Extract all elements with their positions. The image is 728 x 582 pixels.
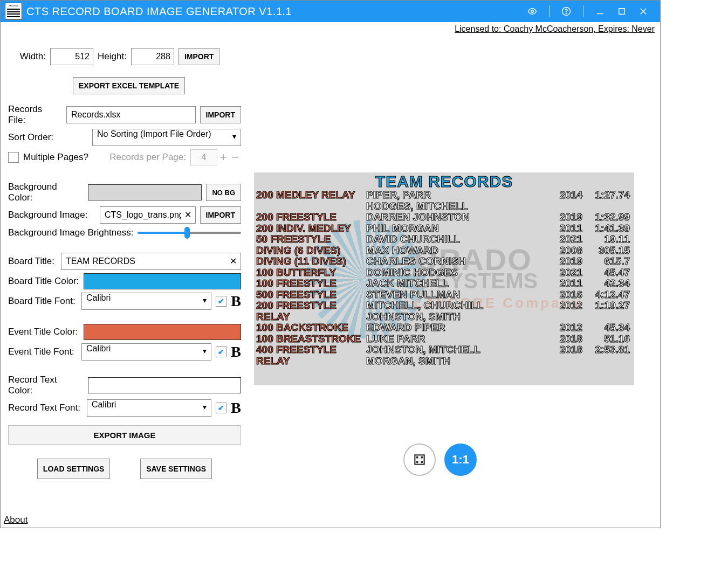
clear-bgimage-icon[interactable]: ✕: [184, 210, 191, 220]
recordtext-bold-checkbox[interactable]: [216, 403, 226, 413]
recordtext-color-swatch[interactable]: [88, 377, 241, 393]
import-records-button[interactable]: IMPORT: [200, 106, 241, 123]
bold-icon: B: [231, 400, 241, 415]
help-icon[interactable]: [561, 6, 571, 16]
preview-row: 200 FREESTYLE RELAYMITCHELL, CHURCHILL J…: [254, 300, 634, 322]
rpp-label: Records per Page:: [109, 152, 186, 163]
about-link[interactable]: About: [4, 515, 28, 525]
boardtitle-font-label: Board Title Font:: [8, 296, 77, 307]
records-file-label: Records File:: [8, 104, 62, 126]
eventtitle-bold-checkbox[interactable]: [216, 347, 226, 357]
eye-icon[interactable]: [527, 6, 537, 16]
preview-title: TEAM RECORDS: [254, 172, 634, 191]
boardtitle-label: Board Title:: [8, 256, 57, 267]
export-excel-button[interactable]: EXPORT EXCEL TEMPLATE: [73, 77, 185, 94]
rpp-stepper: + −: [190, 149, 241, 165]
eventtitle-font-select[interactable]: Calibri: [81, 343, 211, 361]
preview-row: 400 FREESTYLE RELAYJOHNSTON, MITCHELL MO…: [254, 344, 634, 366]
boardtitle-font-select[interactable]: Calibri: [81, 293, 211, 310]
svg-point-10: [417, 461, 418, 462]
load-settings-button[interactable]: LOAD SETTINGS: [37, 459, 111, 479]
preview-row: 100 BUTTERFLYDOMINIC HODGES202145.47: [254, 267, 634, 279]
close-icon[interactable]: [638, 6, 648, 16]
eventtitle-color-label: Event Title Color:: [8, 327, 79, 337]
boardtitle-bold-checkbox[interactable]: [216, 296, 226, 307]
save-settings-button[interactable]: SAVE SETTINGS: [140, 459, 212, 479]
license-text: Licensed to: Coachy McCoacherson, Expire…: [1, 22, 660, 35]
height-label: Height:: [98, 51, 127, 62]
svg-point-9: [421, 457, 422, 458]
preview-row: DIVING (6 DIVES)MAX HOWARD2008305.15: [254, 245, 634, 257]
zoom-1to1-button[interactable]: 1:1: [444, 444, 477, 476]
sort-order-label: Sort Order:: [8, 132, 88, 143]
bold-icon: B: [231, 294, 241, 309]
preview-row: 200 INDIV. MEDLEYPHIL MORGAN20111:41.39: [254, 223, 634, 234]
import-bgimage-button[interactable]: IMPORT: [200, 206, 241, 224]
preview-row: 500 FREESTYLESTEVEN PULLMAN20164:12.47: [254, 289, 634, 301]
width-input[interactable]: [50, 48, 93, 65]
bgcolor-label: Background Color:: [8, 182, 84, 203]
brightness-label: Background Image Brightness:: [8, 227, 133, 238]
records-file-input[interactable]: [66, 106, 196, 123]
height-input[interactable]: [131, 48, 174, 65]
minimize-icon[interactable]: [595, 6, 605, 16]
recordtext-font-select[interactable]: Calibri: [87, 399, 211, 417]
preview-row: 100 FREESTYLEJACK MITCHELL201142.34: [254, 278, 634, 289]
width-label: Width:: [8, 51, 46, 62]
preview-row: 50 FREESTYLEDAVID CHURCHILL202119.11: [254, 234, 634, 245]
recordtext-font-label: Record Text Font:: [8, 403, 83, 413]
preview-row: 100 BACKSTROKEEDWARD PIPER201245.34: [254, 322, 634, 334]
svg-rect-7: [415, 455, 424, 464]
recordtext-color-label: Record Text Color:: [8, 375, 84, 396]
preview-row: 200 MEDLEY RELAYPIPER, PARR HODGES, MITC…: [254, 190, 634, 212]
svg-point-0: [531, 10, 534, 13]
app-title: CTS RECORD BOARD IMAGE GENERATOR V1.1.1: [26, 5, 527, 18]
nobg-button[interactable]: NO BG: [206, 184, 241, 201]
eventtitle-font-label: Event Title Font:: [8, 347, 77, 357]
svg-point-2: [566, 13, 566, 13]
bgimage-label: Background Image:: [8, 210, 95, 220]
divider: [549, 5, 550, 17]
preview-row: 100 BREASTSTROKELUKE PARR201851.16: [254, 334, 634, 345]
bold-icon: B: [231, 344, 241, 359]
svg-point-11: [421, 461, 422, 462]
clear-boardtitle-icon[interactable]: ✕: [230, 256, 237, 266]
boardtitle-color-swatch[interactable]: [84, 273, 241, 289]
eventtitle-color-swatch[interactable]: [84, 324, 241, 340]
export-image-button[interactable]: EXPORT IMAGE: [8, 425, 241, 445]
brightness-slider[interactable]: [138, 227, 241, 239]
rpp-input: [190, 149, 217, 165]
maximize-icon[interactable]: [617, 6, 627, 16]
fullscreen-button[interactable]: [403, 444, 436, 476]
boardtitle-input[interactable]: [61, 253, 241, 270]
svg-point-8: [417, 457, 418, 458]
rpp-plus-icon: +: [217, 151, 229, 163]
svg-rect-4: [619, 9, 625, 15]
preview-row: 200 FREESTYLEDARREN JOHNSTON20191:32.99: [254, 212, 634, 223]
bgimage-input[interactable]: [100, 206, 196, 224]
titlebar: RECORDS CTS RECORD BOARD IMAGE GENERATOR…: [1, 1, 660, 22]
app-icon: RECORDS: [5, 3, 22, 20]
divider: [583, 5, 583, 17]
bgcolor-swatch[interactable]: [88, 184, 202, 200]
rpp-minus-icon: −: [229, 151, 241, 163]
multipages-label: Multiple Pages?: [23, 152, 88, 163]
import-dims-button[interactable]: IMPORT: [178, 48, 219, 65]
preview-row: DIVING (11 DIVES)CHARLES CORNISH2019615.…: [254, 256, 634, 267]
preview-panel: ORADO E SYSTEMS LAYCORE Company TEAM REC…: [254, 172, 634, 385]
multipages-checkbox[interactable]: [8, 152, 19, 163]
boardtitle-color-label: Board Title Color:: [8, 276, 79, 287]
sort-order-select[interactable]: No Sorting (Import File Order): [92, 129, 241, 146]
